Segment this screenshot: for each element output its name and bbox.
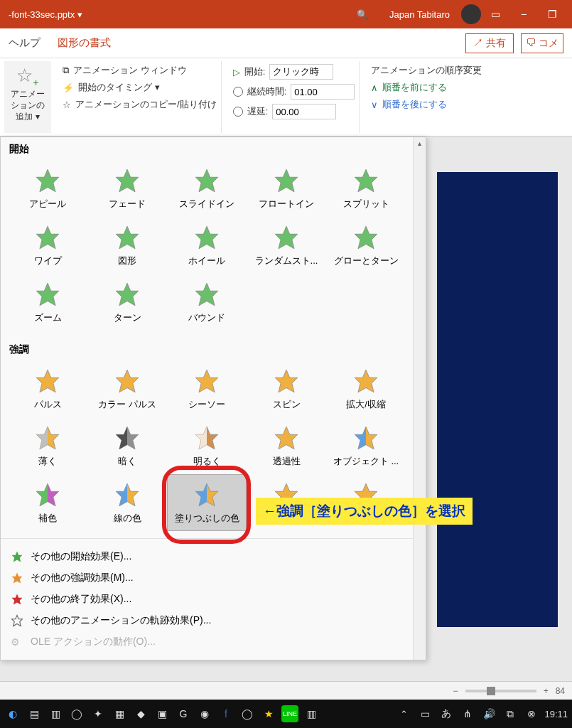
entrance-item[interactable]: フロートイン: [247, 160, 326, 217]
taskbar-app-icon[interactable]: ▣: [153, 705, 171, 722]
entrance-item[interactable]: ズーム: [8, 274, 87, 331]
emphasis-item[interactable]: オブジェクト ...: [326, 417, 406, 474]
item-label: スプリット: [343, 198, 389, 210]
emphasis-item[interactable]: スピン: [247, 360, 326, 417]
share-button[interactable]: ↗ 共有: [465, 33, 514, 53]
emphasis-item[interactable]: 薄く: [8, 417, 87, 474]
entrance-item[interactable]: グローとターン: [326, 217, 406, 274]
item-label: 塗りつぶしの色: [175, 512, 239, 525]
emphasis-item[interactable]: 透過性: [247, 417, 326, 474]
taskbar-app-icon[interactable]: ◉: [196, 705, 213, 722]
tab-help[interactable]: ヘルプ: [9, 36, 41, 50]
entrance-item[interactable]: ワイプ: [8, 217, 87, 274]
item-label: 暗く: [118, 455, 136, 468]
taskbar-app-icon[interactable]: ★: [260, 705, 277, 722]
annotation-callout: ←強調［塗りつぶしの色］を選択: [256, 498, 473, 525]
comment-button[interactable]: 🗨 コメ: [521, 33, 563, 53]
emphasis-item[interactable]: シーソー: [167, 360, 247, 417]
taskbar-app-icon[interactable]: ▥: [47, 705, 64, 722]
animation-painter-button[interactable]: ☆アニメーションのコピー/貼り付け: [63, 98, 217, 111]
battery-icon[interactable]: ▭: [416, 705, 433, 722]
restore-icon[interactable]: ❐: [538, 9, 566, 20]
volume-icon[interactable]: 🔊: [480, 705, 497, 722]
zoom-out-icon[interactable]: −: [453, 686, 458, 696]
item-label: 図形: [118, 255, 136, 267]
taskbar-chrome-icon[interactable]: ◯: [68, 705, 85, 722]
emphasis-item[interactable]: パルス: [8, 360, 87, 417]
emphasis-item[interactable]: カラー パルス: [87, 360, 167, 417]
entrance-item[interactable]: ターン: [87, 274, 167, 331]
emphasis-item[interactable]: 明るく: [167, 417, 247, 474]
entrance-item[interactable]: ホイール: [167, 217, 247, 274]
trigger-button[interactable]: ⚡開始のタイミング ▾: [63, 81, 217, 94]
ime-icon[interactable]: あ: [438, 705, 455, 722]
entrance-item[interactable]: フェード: [87, 160, 167, 217]
taskbar-app-icon[interactable]: ✦: [90, 705, 107, 722]
item-label: 線の色: [114, 512, 141, 525]
taskbar-app-icon[interactable]: ◆: [132, 705, 149, 722]
wifi-icon[interactable]: ⋔: [459, 705, 476, 722]
svg-marker-17: [355, 370, 377, 392]
section-emphasis: 強調: [1, 338, 426, 358]
taskbar-google-icon[interactable]: G: [175, 705, 192, 722]
animation-pane-button[interactable]: ⧉アニメーション ウィンドウ: [63, 64, 217, 77]
taskbar-app-icon[interactable]: ▦: [111, 705, 128, 722]
star-emphasis-icon: [113, 367, 141, 395]
more-motion[interactable]: その他のアニメーションの軌跡効果(P)...: [11, 610, 416, 631]
zoom-slider[interactable]: [465, 690, 536, 692]
more-exit[interactable]: その他の終了効果(X)...: [11, 589, 416, 610]
start-select[interactable]: [269, 64, 333, 80]
tab-shape-format[interactable]: 図形の書式: [58, 36, 111, 50]
user-name[interactable]: Japan Tabitaro: [389, 9, 450, 20]
reorder-title: アニメーションの順序変更: [371, 64, 482, 77]
more-entrance[interactable]: その他の開始効果(E)...: [11, 546, 416, 567]
emphasis-item[interactable]: 拡大/収縮: [326, 360, 406, 417]
zoom-value[interactable]: 84: [556, 686, 565, 696]
entrance-item[interactable]: 図形: [87, 217, 167, 274]
delay-input[interactable]: [272, 104, 336, 119]
emphasis-item[interactable]: 線の色: [87, 474, 167, 531]
taskbar-facebook-icon[interactable]: f: [217, 705, 234, 722]
taskbar-app-icon[interactable]: ▤: [26, 705, 43, 722]
taskbar-app-icon[interactable]: ▥: [303, 705, 320, 722]
star-green-icon: [11, 550, 23, 563]
dropbox-icon[interactable]: ⧉: [502, 705, 519, 722]
zoom-in-icon[interactable]: +: [544, 686, 549, 696]
move-later-button[interactable]: ∨ 順番を後にする: [371, 98, 482, 111]
filename: -font-33sec.pptx ▾: [9, 9, 82, 20]
more-emphasis[interactable]: その他の強調効果(M)...: [11, 567, 416, 589]
entrance-item[interactable]: ランダムスト...: [247, 217, 326, 274]
emphasis-item[interactable]: 暗く: [87, 417, 167, 474]
scroll-up-icon[interactable]: ▴: [414, 137, 426, 150]
tray-chevron-icon[interactable]: ⌃: [400, 709, 408, 719]
entrance-item[interactable]: スライドイン: [167, 160, 247, 217]
avatar[interactable]: [461, 4, 481, 24]
minimize-icon[interactable]: −: [509, 9, 538, 20]
item-label: バウンド: [188, 311, 225, 324]
clock[interactable]: 19:11: [544, 709, 568, 719]
entrance-item[interactable]: アピール: [8, 160, 87, 217]
ribbon-options-icon[interactable]: ▭: [481, 9, 509, 20]
taskbar-start-icon[interactable]: ◐: [4, 705, 21, 722]
item-label: フロートイン: [259, 198, 314, 210]
ribbon: ☆+ アニメーションの追加 ▾ ⧉アニメーション ウィンドウ ⚡開始のタイミング…: [0, 58, 572, 136]
duration-label: 継続時間:: [247, 85, 287, 98]
entrance-item[interactable]: バウンド: [167, 274, 247, 331]
item-label: 明るく: [193, 455, 221, 468]
close-session-icon[interactable]: ⊗: [523, 705, 540, 722]
move-earlier-button[interactable]: ∧ 順番を前にする: [371, 81, 482, 94]
duration-input[interactable]: [291, 84, 355, 100]
svg-marker-35: [12, 552, 23, 562]
taskbar-app-icon[interactable]: ◯: [239, 705, 256, 722]
entrance-item[interactable]: スプリット: [326, 160, 406, 217]
scrollbar[interactable]: ▴: [413, 137, 426, 660]
slide-object[interactable]: [437, 172, 558, 627]
share-label: 共有: [486, 37, 506, 48]
emphasis-item-fill-color[interactable]: 塗りつぶしの色: [167, 474, 247, 531]
emphasis-item[interactable]: 補色: [8, 474, 87, 531]
search-icon[interactable]: 🔍: [357, 9, 368, 20]
star-green-icon: [193, 223, 221, 252]
taskbar-line-icon[interactable]: LINE: [281, 705, 298, 722]
play-icon: ▷: [233, 67, 240, 77]
add-animation-button[interactable]: ☆+ アニメーションの追加 ▾: [4, 61, 51, 133]
